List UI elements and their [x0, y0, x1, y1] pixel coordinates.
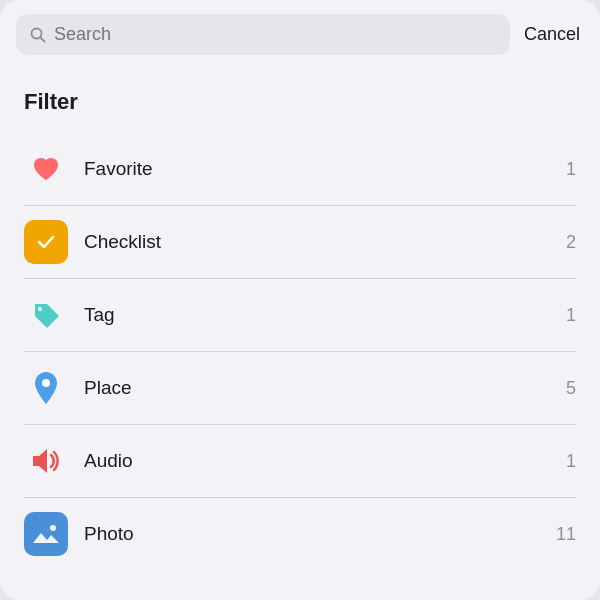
item-count: 5 [566, 378, 576, 399]
list-item[interactable]: Photo 11 [24, 498, 576, 570]
item-count: 11 [556, 524, 576, 545]
cancel-button[interactable]: Cancel [520, 24, 584, 45]
item-count: 1 [566, 305, 576, 326]
header: Cancel [0, 0, 600, 69]
content: Filter Favorite 1 [0, 69, 600, 600]
list-item[interactable]: Checklist 2 [24, 206, 576, 279]
svg-rect-5 [29, 517, 63, 551]
item-label: Place [84, 377, 566, 399]
item-label: Checklist [84, 231, 566, 253]
svg-point-4 [42, 379, 50, 387]
svg-line-1 [41, 37, 45, 41]
place-icon [24, 366, 68, 410]
search-bar[interactable] [16, 14, 510, 55]
tag-icon [24, 293, 68, 337]
filter-title: Filter [24, 89, 576, 115]
main-card: Cancel Filter Favorite 1 [0, 0, 600, 600]
item-count: 1 [566, 159, 576, 180]
search-icon [30, 27, 46, 43]
item-count: 2 [566, 232, 576, 253]
item-label: Tag [84, 304, 566, 326]
list-item[interactable]: Tag 1 [24, 279, 576, 352]
audio-icon [24, 439, 68, 483]
photo-icon [24, 512, 68, 556]
item-count: 1 [566, 451, 576, 472]
item-label: Photo [84, 523, 556, 545]
favorite-icon [24, 147, 68, 191]
item-label: Audio [84, 450, 566, 472]
list-item[interactable]: Audio 1 [24, 425, 576, 498]
list-item[interactable]: Place 5 [24, 352, 576, 425]
checklist-icon [24, 220, 68, 264]
item-label: Favorite [84, 158, 566, 180]
svg-point-6 [50, 525, 56, 531]
search-input[interactable] [54, 24, 496, 45]
list-item[interactable]: Favorite 1 [24, 133, 576, 206]
filter-list: Favorite 1 Checklist 2 [24, 133, 576, 570]
svg-point-3 [38, 307, 42, 311]
svg-rect-2 [32, 228, 60, 256]
